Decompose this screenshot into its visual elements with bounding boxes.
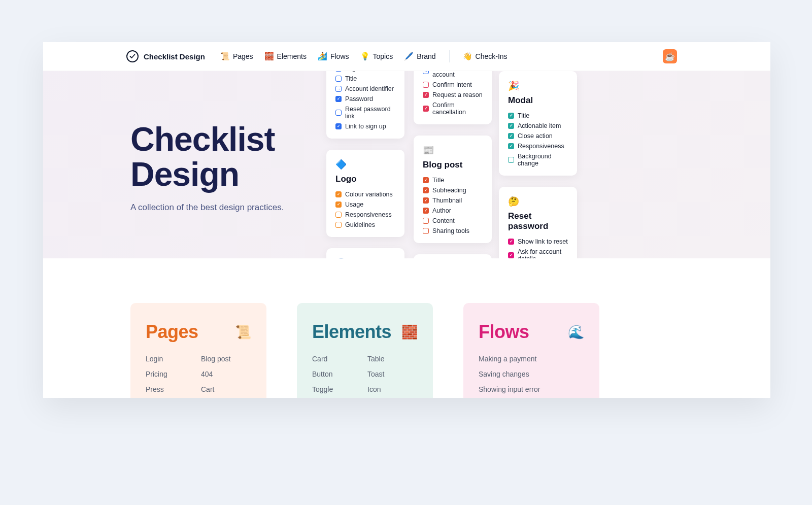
checklist-item[interactable]: Usage xyxy=(335,199,395,210)
nav-link-topics[interactable]: 💡 Topics xyxy=(360,52,393,61)
checkbox-icon[interactable] xyxy=(423,187,429,193)
category-item[interactable]: Making a payment xyxy=(479,355,584,363)
nav-link-brand[interactable]: 🖊️ Brand xyxy=(404,52,435,61)
brand-check-icon xyxy=(126,50,139,62)
category-item[interactable]: Icon xyxy=(367,385,418,393)
category-elements[interactable]: Elements 🧱 CardTableButtonToastToggleIco… xyxy=(297,303,433,398)
checklist-item[interactable]: Subheading xyxy=(423,185,483,195)
checkbox-icon[interactable] xyxy=(423,218,429,224)
checkbox-icon[interactable] xyxy=(423,92,429,98)
card-cancel[interactable]: Show link in accountConfirm intentReques… xyxy=(414,71,492,124)
checklist-item[interactable]: Content xyxy=(423,216,483,226)
checkbox-icon[interactable] xyxy=(508,157,514,163)
category-item[interactable]: Cart xyxy=(201,385,251,393)
checklist-item[interactable]: Title xyxy=(508,111,568,121)
nav-link-pages[interactable]: 📜 Pages xyxy=(220,52,253,61)
checklist-item[interactable]: Responsiveness xyxy=(508,141,568,151)
checklist-item[interactable]: Reset password link xyxy=(335,104,395,121)
category-pages[interactable]: Pages 📜 LoginBlog postPricing404PressCar… xyxy=(130,303,266,398)
checkbox-icon[interactable] xyxy=(335,222,342,228)
category-item[interactable]: Login xyxy=(146,355,196,363)
checkbox-icon[interactable] xyxy=(423,71,429,74)
checklist-item[interactable]: Ask for account details xyxy=(508,247,568,258)
checklist-item[interactable]: Actionable item xyxy=(508,121,568,131)
category-item[interactable]: Press xyxy=(146,385,196,393)
category-item[interactable]: Blog post xyxy=(201,355,251,363)
category-item[interactable]: Table xyxy=(367,355,418,363)
checklist-item-label: Title xyxy=(345,75,357,82)
category-item[interactable]: Button xyxy=(312,370,362,378)
card-partial-1[interactable]: 🔵 xyxy=(326,248,404,258)
checklist-item[interactable]: Request a reason xyxy=(423,90,483,100)
checkbox-icon[interactable] xyxy=(423,228,429,234)
checkbox-icon[interactable] xyxy=(508,252,514,258)
card-modal-title: Modal xyxy=(508,95,568,106)
checklist-item[interactable]: Guidelines xyxy=(335,220,395,230)
checklist-item[interactable]: Background change xyxy=(508,151,568,169)
category-item[interactable]: Showing input error xyxy=(479,385,584,393)
checkbox-icon[interactable] xyxy=(423,208,429,214)
category-flows[interactable]: Flows 🌊 Making a paymentSaving changesSh… xyxy=(463,303,599,398)
category-item[interactable]: Pricing xyxy=(146,370,196,378)
checkbox-icon[interactable] xyxy=(335,123,342,129)
checklist-item-label: Sharing tools xyxy=(432,227,469,234)
hero-card-col-2: Show link in accountConfirm intentReques… xyxy=(414,71,492,258)
checklist-item[interactable]: Title xyxy=(423,175,483,185)
checkbox-icon[interactable] xyxy=(508,133,514,139)
checkbox-icon[interactable] xyxy=(423,106,429,112)
checklist-item[interactable]: Password xyxy=(335,94,395,104)
checklist-item[interactable]: Confirm cancellation xyxy=(423,100,483,117)
card-reset[interactable]: 🤔 Reset password Show link to resetAsk f… xyxy=(499,187,577,258)
checkbox-icon[interactable] xyxy=(335,110,342,116)
checkbox-icon[interactable] xyxy=(508,143,514,149)
checklist-item[interactable]: Title xyxy=(335,74,395,84)
nav-link-flows[interactable]: 🏄 Flows xyxy=(318,52,349,61)
nav-separator xyxy=(449,50,450,62)
checklist-item[interactable]: Close action xyxy=(508,131,568,141)
card-logo[interactable]: 🔷 Logo Colour variationsUsageResponsiven… xyxy=(326,150,404,237)
checklist-item[interactable]: Account identifier xyxy=(335,84,395,94)
category-item[interactable]: 404 xyxy=(201,370,251,378)
card-blog[interactable]: 📰 Blog post TitleSubheadingThumbnailAuth… xyxy=(414,136,492,243)
category-item[interactable]: Toggle xyxy=(312,385,362,393)
checkbox-icon[interactable] xyxy=(335,201,342,208)
checkbox-icon[interactable] xyxy=(335,86,342,92)
checklist-item[interactable]: Author xyxy=(423,206,483,216)
hero-card-col-1: LogoTitleAccount identifierPasswordReset… xyxy=(326,71,404,258)
checkbox-icon[interactable] xyxy=(335,76,342,82)
checkbox-icon[interactable] xyxy=(335,191,342,197)
category-item[interactable]: Toast xyxy=(367,370,418,378)
nav-link-elements[interactable]: 🧱 Elements xyxy=(264,52,307,61)
checklist-item[interactable]: Colour variations xyxy=(335,189,395,199)
card-modal[interactable]: 🎉 Modal TitleActionable itemClose action… xyxy=(499,71,577,176)
checklist-item[interactable]: Responsiveness xyxy=(335,210,395,220)
brand[interactable]: Checklist Design xyxy=(126,50,205,62)
top-nav: Checklist Design 📜 Pages 🧱 Elements 🏄 Fl… xyxy=(43,42,770,71)
nav-icon-brand: 🖊️ xyxy=(404,52,414,61)
checklist-item-label: Close action xyxy=(518,132,553,140)
checkbox-icon[interactable] xyxy=(508,123,514,129)
card-login[interactable]: LogoTitleAccount identifierPasswordReset… xyxy=(326,71,404,139)
checkbox-icon[interactable] xyxy=(508,239,514,245)
checklist-item-label: Logo xyxy=(345,71,359,72)
checklist-item-label: Link to sign up xyxy=(345,123,386,130)
checkbox-icon[interactable] xyxy=(423,177,429,183)
checklist-item[interactable]: Link to sign up xyxy=(335,121,395,131)
checkbox-icon[interactable] xyxy=(335,71,342,72)
checkbox-icon[interactable] xyxy=(423,197,429,204)
card-buttons[interactable]: 🔘 Buttons xyxy=(414,254,492,258)
nav-link-checkins[interactable]: 👋 Check-Ins xyxy=(463,52,507,61)
checklist-item[interactable]: Show link to reset xyxy=(508,237,568,247)
checkbox-icon[interactable] xyxy=(335,212,342,218)
category-item[interactable]: Card xyxy=(312,355,362,363)
category-item[interactable]: Saving changes xyxy=(479,370,584,378)
coffee-button[interactable]: ☕ xyxy=(663,49,677,63)
nav-label-pages: Pages xyxy=(233,52,253,60)
checkbox-icon[interactable] xyxy=(508,113,514,119)
checkbox-icon[interactable] xyxy=(335,96,342,102)
checklist-item[interactable]: Confirm intent xyxy=(423,80,483,90)
checklist-item[interactable]: Thumbnail xyxy=(423,195,483,206)
checklist-item[interactable]: Sharing tools xyxy=(423,226,483,236)
checklist-item[interactable]: Show link in account xyxy=(423,71,483,80)
checkbox-icon[interactable] xyxy=(423,82,429,88)
